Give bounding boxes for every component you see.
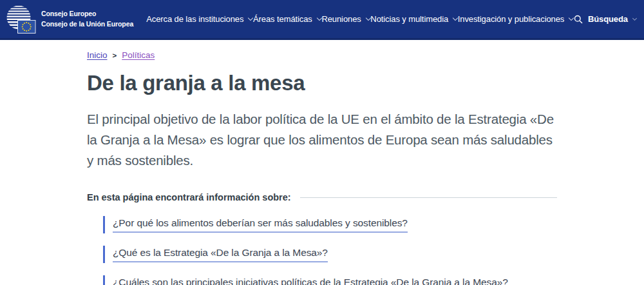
breadcrumb: Inicio > Políticas bbox=[87, 50, 557, 60]
search-button[interactable]: Búsqueda bbox=[574, 14, 636, 24]
toc-list: ¿Por qué los alimentos deberían ser más … bbox=[87, 216, 557, 285]
page-intro: El principal objetivo de la labor políti… bbox=[87, 109, 557, 171]
nav-item-investigacion[interactable]: Investigación y publicaciones bbox=[458, 14, 573, 24]
nav-item-noticias[interactable]: Noticias y multimedia bbox=[370, 14, 457, 24]
page-content: Inicio > Políticas De la granja a la mes… bbox=[87, 50, 557, 285]
breadcrumb-link-inicio[interactable]: Inicio bbox=[87, 50, 108, 60]
toc-item: ¿Cuáles son las principales iniciativas … bbox=[103, 275, 557, 285]
breadcrumb-separator: > bbox=[113, 52, 117, 59]
brand-line2: Consejo de la Unión Europea bbox=[41, 19, 133, 29]
toc-item-bar bbox=[103, 216, 105, 233]
nav-item-label: Áreas temáticas bbox=[253, 14, 312, 24]
nav-item-areas-tematicas[interactable]: Áreas temáticas bbox=[253, 14, 321, 24]
toc-item-bar bbox=[103, 246, 105, 263]
main-nav: Acerca de las instituciones Áreas temáti… bbox=[146, 14, 636, 24]
nav-item-label: Reuniones bbox=[321, 14, 361, 24]
nav-item-reuniones[interactable]: Reuniones bbox=[321, 14, 370, 24]
search-label: Búsqueda bbox=[588, 14, 628, 24]
site-logo[interactable]: Consejo Europeo Consejo de la Unión Euro… bbox=[6, 4, 133, 35]
page-title: De la granja a la mesa bbox=[87, 71, 557, 95]
brand-title: Consejo Europeo Consejo de la Unión Euro… bbox=[41, 9, 133, 28]
on-this-page-header: En esta página encontrará información so… bbox=[87, 192, 557, 202]
toc-item: ¿Qué es la Estrategia «De la Granja a la… bbox=[103, 246, 557, 263]
toc-item: ¿Por qué los alimentos deberían ser más … bbox=[103, 216, 557, 233]
toc-link-saludables[interactable]: ¿Por qué los alimentos deberían ser más … bbox=[113, 217, 408, 233]
horizontal-divider bbox=[300, 197, 557, 198]
toc-link-estrategia[interactable]: ¿Qué es la Estrategia «De la Granja a la… bbox=[113, 247, 328, 262]
search-icon bbox=[574, 15, 583, 24]
brand-line1: Consejo Europeo bbox=[41, 9, 133, 19]
eu-flag-icon bbox=[18, 20, 36, 33]
toc-link-iniciativas[interactable]: ¿Cuáles son las principales iniciativas … bbox=[113, 277, 508, 285]
nav-item-instituciones[interactable]: Acerca de las instituciones bbox=[146, 14, 252, 24]
nav-item-label: Investigación y publicaciones bbox=[458, 14, 564, 24]
site-header: Consejo Europeo Consejo de la Unión Euro… bbox=[0, 0, 644, 40]
chevron-down-icon bbox=[632, 15, 637, 20]
council-logo-icon bbox=[6, 4, 36, 35]
nav-item-label: Acerca de las instituciones bbox=[146, 14, 243, 24]
nav-item-label: Noticias y multimedia bbox=[370, 14, 448, 24]
on-this-page-label: En esta página encontrará información so… bbox=[87, 192, 291, 202]
toc-item-bar bbox=[103, 275, 105, 285]
breadcrumb-link-politicas[interactable]: Políticas bbox=[122, 50, 155, 60]
